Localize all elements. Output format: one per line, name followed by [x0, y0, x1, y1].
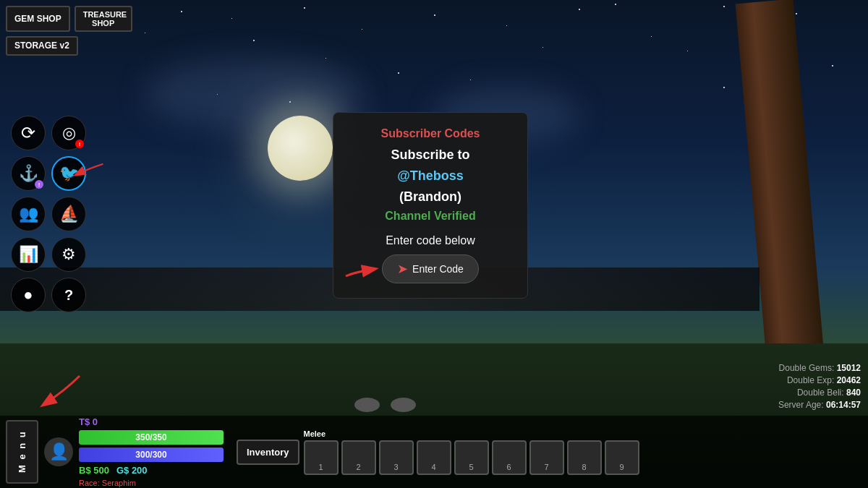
race-label: Race: Seraphim: [79, 479, 224, 487]
beli-amount: B$ 500: [79, 465, 109, 476]
rotate-icon-btn[interactable]: ⟳: [11, 116, 46, 150]
foot-left: [354, 398, 380, 412]
ts-amount: T$ 0: [79, 416, 224, 427]
moon: [268, 116, 333, 181]
slot-label-8: 8: [582, 463, 586, 471]
character-feet: [354, 398, 416, 412]
inventory-button[interactable]: Inventory: [237, 440, 299, 465]
stamina-label: 300/300: [135, 450, 166, 460]
menu-button[interactable]: M e n u: [6, 420, 38, 484]
double-gems-value: 15012: [837, 363, 861, 373]
modal-subscribe-line1: Subscribe to: [348, 146, 513, 164]
double-gems-label: Double Gems:: [779, 363, 835, 373]
group-icon: 👥: [19, 205, 38, 223]
foot-right: [391, 398, 416, 412]
double-exp-value: 20462: [837, 375, 861, 385]
ball-icon: ●: [23, 286, 33, 304]
top-buttons-area: GEM SHOP TREASURE SHOP STORAGE v2: [6, 6, 132, 56]
modal-title: Subscriber Codes: [348, 127, 513, 140]
ball-icon-btn[interactable]: ●: [11, 278, 46, 312]
question-icon-btn[interactable]: ?: [51, 278, 86, 312]
modal-enter-text: Enter code below: [348, 234, 513, 247]
stats-area: T$ 0 350/350 300/300 B$ 500 G$ 200 Race:…: [79, 416, 224, 487]
anchor-icon-btn[interactable]: ⚓ !: [11, 156, 46, 191]
twitter-icon: 🐦: [59, 164, 79, 183]
right-stats-panel: Double Gems: 15012 Double Exp: 20462 Dou…: [778, 363, 861, 412]
hotbar-slot-8[interactable]: 8: [567, 440, 602, 475]
double-gems-line: Double Gems: 15012: [778, 363, 861, 373]
modal-subscribe-line2: @Theboss: [348, 167, 513, 185]
storage-button[interactable]: STORAGE v2: [6, 36, 78, 55]
hotbar-slot-2[interactable]: 2: [341, 440, 376, 475]
ship-icon-btn[interactable]: ⛵: [51, 197, 86, 231]
target-icon: ◎: [62, 124, 76, 142]
icon-row-5: ● ?: [11, 278, 86, 312]
modal-verified: Channel Verified: [348, 210, 513, 223]
modal-subscribe-line3: (Brandon): [348, 188, 513, 206]
enter-code-arrow: [339, 258, 382, 280]
hotbar-slot-3[interactable]: 3: [379, 440, 414, 475]
player-avatar: 👤: [44, 437, 73, 466]
server-age-line: Server Age: 06:14:57: [778, 400, 861, 410]
twitter-icon-btn[interactable]: 🐦: [51, 156, 86, 191]
hotbar-slot-7[interactable]: 7: [529, 440, 564, 475]
health-bar: 350/350: [79, 430, 224, 445]
hotbar-slot-1[interactable]: 1: [304, 440, 339, 475]
server-age-value: 06:14:57: [826, 400, 861, 410]
double-exp-label: Double Exp:: [787, 375, 834, 385]
stamina-bar: 300/300: [79, 448, 224, 462]
slot-label-6: 6: [506, 463, 511, 471]
double-beli-line: Double Beli: 840: [778, 388, 861, 398]
hotbar-slot-6[interactable]: 6: [492, 440, 527, 475]
melee-label: Melee: [304, 429, 639, 438]
gem-shop-button[interactable]: GEM SHOP: [6, 6, 70, 32]
cloud-1: [145, 58, 362, 130]
icon-row-3: 👥 ⛵: [11, 197, 86, 231]
gear-icon-btn[interactable]: ⚙: [51, 237, 86, 272]
gem-amount: G$ 200: [116, 465, 148, 476]
notification-dot-1: !: [75, 140, 84, 148]
double-beli-value: 840: [846, 388, 861, 398]
treasure-shop-button[interactable]: TREASURE SHOP: [75, 6, 132, 32]
side-icons-panel: ⟳ ◎ ! ⚓ ! 🐦 👥 ⛵ 📊 ⚙ ●: [11, 116, 86, 312]
slot-label-7: 7: [544, 463, 548, 471]
group-icon-btn[interactable]: 👥: [11, 197, 46, 231]
hotbar-slot-9[interactable]: 9: [605, 440, 639, 475]
subscriber-codes-modal: Subscriber Codes Subscribe to @Theboss (…: [333, 112, 528, 299]
icon-row-2: ⚓ ! 🐦: [11, 156, 86, 191]
enter-code-label: Enter Code: [412, 263, 464, 275]
slot-label-3: 3: [393, 463, 398, 471]
question-icon: ?: [64, 287, 73, 304]
chart-icon-btn[interactable]: 📊: [11, 237, 46, 272]
hotbar-area: Inventory Melee 1 2 3 4 5 6 7 8 9: [237, 429, 639, 475]
hotbar-slot-5[interactable]: 5: [454, 440, 489, 475]
health-label: 350/350: [135, 432, 166, 442]
target-icon-btn[interactable]: ◎ !: [51, 116, 86, 150]
notification-dot-2: !: [35, 180, 43, 189]
modal-at: @Theboss: [397, 168, 464, 183]
server-age-label: Server Age:: [778, 400, 824, 410]
enter-code-button[interactable]: ➤ Enter Code: [382, 254, 479, 283]
player-icon-area: 👤: [44, 437, 73, 466]
slot-label-4: 4: [431, 463, 435, 471]
double-beli-label: Double Beli:: [797, 388, 844, 398]
rotate-icon: ⟳: [21, 123, 35, 143]
bottom-hud: M e n u 👤 T$ 0 350/350 300/300 B$ 500 G$…: [0, 416, 868, 488]
chart-icon: 📊: [19, 245, 38, 264]
top-row-2: STORAGE v2: [6, 36, 132, 55]
top-row-1: GEM SHOP TREASURE SHOP: [6, 6, 132, 32]
enter-code-arrow-icon: ➤: [397, 261, 408, 277]
ship-icon: ⛵: [59, 205, 79, 223]
anchor-icon: ⚓: [19, 164, 38, 183]
currency-row: B$ 500 G$ 200: [79, 465, 224, 476]
hotbar-slot-4[interactable]: 4: [417, 440, 451, 475]
slot-label-1: 1: [318, 463, 323, 471]
player-avatar-icon: 👤: [49, 442, 69, 461]
gear-icon: ⚙: [61, 245, 76, 264]
icon-row-1: ⟳ ◎ !: [11, 116, 86, 150]
slot-label-9: 9: [619, 463, 624, 471]
icon-row-4: 📊 ⚙: [11, 237, 86, 272]
double-exp-line: Double Exp: 20462: [778, 375, 861, 385]
hotbar-section: Melee 1 2 3 4 5 6 7 8 9: [304, 429, 639, 475]
slot-label-5: 5: [469, 463, 473, 471]
